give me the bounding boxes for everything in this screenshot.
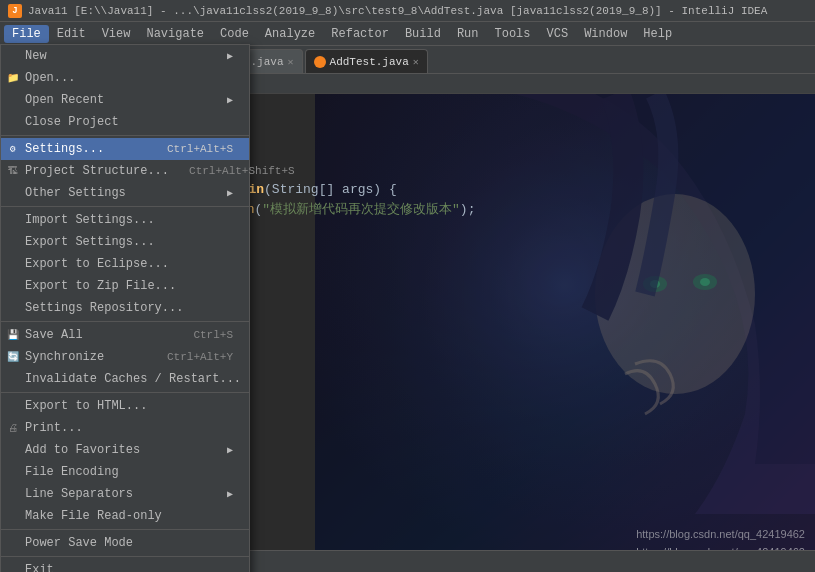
synchronize-label: Synchronize (25, 350, 104, 364)
separator-4 (1, 392, 249, 393)
export-settings-label: Export Settings... (25, 235, 155, 249)
settings-gear-icon: ⚙ (5, 141, 21, 157)
menu-other-settings[interactable]: Other Settings ▶ (1, 182, 249, 204)
print-label: Print... (25, 421, 83, 435)
svg-point-6 (700, 278, 710, 286)
menu-add-to-favorites[interactable]: Add to Favorites ▶ (1, 439, 249, 461)
file-dropdown-menu: New ▶ 📁 Open... Open Recent ▶ Close Proj… (0, 44, 250, 572)
new-label: New (25, 49, 47, 63)
power-save-label: Power Save Mode (25, 536, 133, 550)
separator-3 (1, 321, 249, 322)
menu-export-settings[interactable]: Export Settings... (1, 231, 249, 253)
add-favorites-label: Add to Favorites (25, 443, 140, 457)
separator-2 (1, 206, 249, 207)
menu-save-all[interactable]: 💾 Save All Ctrl+S (1, 324, 249, 346)
export-eclipse-label: Export to Eclipse... (25, 257, 169, 271)
close-project-label: Close Project (25, 115, 119, 129)
settings-label: Settings... (25, 142, 104, 156)
tab-icon-addtestjava (314, 56, 326, 68)
menu-export-zip[interactable]: Export to Zip File... (1, 275, 249, 297)
other-settings-arrow: ▶ (227, 187, 233, 199)
paren-close: ); (460, 200, 476, 220)
menu-run[interactable]: Run (449, 25, 487, 43)
string-value: "模拟新增代码再次提交修改版本" (262, 200, 460, 220)
menu-view[interactable]: View (94, 25, 139, 43)
menu-bar: File Edit View Navigate Code Analyze Ref… (0, 22, 815, 46)
open-recent-arrow: ▶ (227, 94, 233, 106)
save-icon: 💾 (5, 327, 21, 343)
tab-label-addtestjava: AddTest.java (330, 56, 409, 68)
menu-make-read-only[interactable]: Make File Read-only (1, 505, 249, 527)
menu-navigate[interactable]: Navigate (138, 25, 212, 43)
separator-1 (1, 135, 249, 136)
open-label: Open... (25, 71, 75, 85)
menu-build[interactable]: Build (397, 25, 449, 43)
paren-open: ( (254, 200, 262, 220)
tab-close-testjava[interactable]: ✕ (288, 56, 294, 68)
line-separators-arrow: ▶ (227, 488, 233, 500)
watermark: https://blog.csdn.net/qq_42419462 (636, 526, 805, 543)
save-all-label: Save All (25, 328, 83, 342)
menu-exit[interactable]: Exit (1, 559, 249, 572)
menu-print[interactable]: 🖨 Print... (1, 417, 249, 439)
title-bar: J Java11 [E:\\Java11] - ...\java11clss2(… (0, 0, 815, 22)
menu-help[interactable]: Help (635, 25, 680, 43)
save-all-shortcut: Ctrl+S (173, 329, 233, 341)
menu-power-save[interactable]: Power Save Mode (1, 532, 249, 554)
menu-open[interactable]: 📁 Open... (1, 67, 249, 89)
import-settings-label: Import Settings... (25, 213, 155, 227)
menu-settings[interactable]: ⚙ Settings... Ctrl+Alt+S (1, 138, 249, 160)
add-favorites-arrow: ▶ (227, 444, 233, 456)
menu-refactor[interactable]: Refactor (323, 25, 397, 43)
app-icon: J (8, 4, 22, 18)
export-zip-label: Export to Zip File... (25, 279, 176, 293)
synchronize-shortcut: Ctrl+Alt+Y (147, 351, 233, 363)
open-recent-label: Open Recent (25, 93, 104, 107)
params: (String[] args) { (264, 180, 397, 200)
menu-window[interactable]: Window (576, 25, 635, 43)
tab-close-addtestjava[interactable]: ✕ (413, 56, 419, 68)
title-text: Java11 [E:\\Java11] - ...\java11clss2(20… (28, 5, 767, 17)
separator-6 (1, 556, 249, 557)
open-folder-icon: 📁 (5, 70, 21, 86)
export-html-label: Export to HTML... (25, 399, 147, 413)
menu-open-recent[interactable]: Open Recent ▶ (1, 89, 249, 111)
make-read-only-label: Make File Read-only (25, 509, 162, 523)
menu-close-project[interactable]: Close Project (1, 111, 249, 133)
sync-icon: 🔄 (5, 349, 21, 365)
menu-file-encoding[interactable]: File Encoding (1, 461, 249, 483)
menu-file[interactable]: File (4, 25, 49, 43)
menu-line-separators[interactable]: Line Separators ▶ (1, 483, 249, 505)
menu-export-html[interactable]: Export to HTML... (1, 395, 249, 417)
project-structure-shortcut: Ctrl+Alt+Shift+S (169, 165, 295, 177)
menu-new[interactable]: New ▶ (1, 45, 249, 67)
tab-addtestjava[interactable]: AddTest.java ✕ (305, 49, 428, 73)
separator-5 (1, 529, 249, 530)
menu-export-eclipse[interactable]: Export to Eclipse... (1, 253, 249, 275)
menu-settings-repo[interactable]: Settings Repository... (1, 297, 249, 319)
menu-edit[interactable]: Edit (49, 25, 94, 43)
menu-vcs[interactable]: VCS (539, 25, 577, 43)
other-settings-label: Other Settings (25, 186, 126, 200)
settings-repo-label: Settings Repository... (25, 301, 183, 315)
project-structure-icon: 🏗 (5, 163, 21, 179)
invalidate-caches-label: Invalidate Caches / Restart... (25, 372, 241, 386)
file-encoding-label: File Encoding (25, 465, 119, 479)
menu-code[interactable]: Code (212, 25, 257, 43)
line-separators-label: Line Separators (25, 487, 133, 501)
menu-invalidate-caches[interactable]: Invalidate Caches / Restart... (1, 368, 249, 390)
menu-tools[interactable]: Tools (487, 25, 539, 43)
menu-import-settings[interactable]: Import Settings... (1, 209, 249, 231)
menu-analyze[interactable]: Analyze (257, 25, 323, 43)
print-icon: 🖨 (5, 420, 21, 436)
menu-synchronize[interactable]: 🔄 Synchronize Ctrl+Alt+Y (1, 346, 249, 368)
project-structure-label: Project Structure... (25, 164, 169, 178)
new-arrow: ▶ (227, 50, 233, 62)
exit-label: Exit (25, 563, 54, 572)
menu-project-structure[interactable]: 🏗 Project Structure... Ctrl+Alt+Shift+S (1, 160, 249, 182)
settings-shortcut: Ctrl+Alt+S (147, 143, 233, 155)
